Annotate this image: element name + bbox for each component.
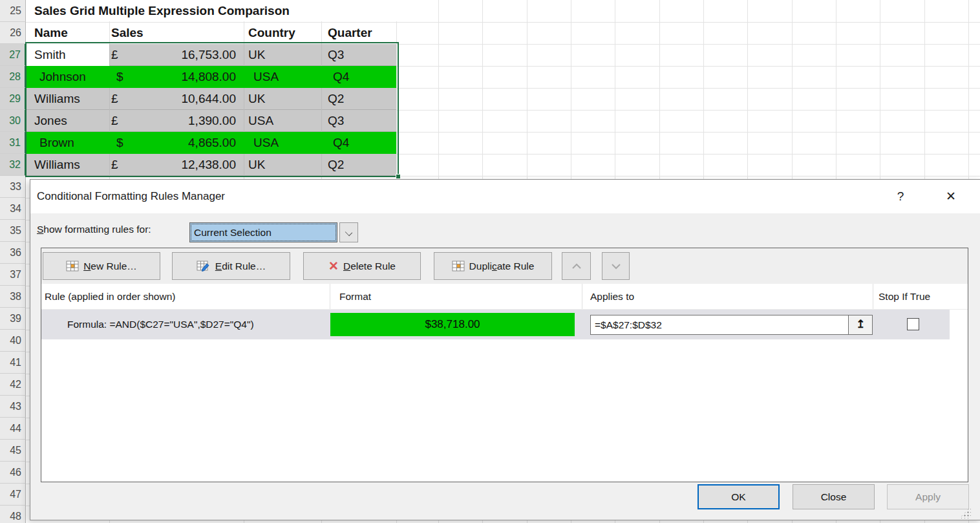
row-header[interactable]: 33 xyxy=(0,176,26,198)
cell-amount[interactable]: 10,644.00 xyxy=(181,88,236,110)
edit-rule-button[interactable]: Edit Rule… xyxy=(172,252,290,280)
cell-name[interactable]: Jones xyxy=(34,110,67,132)
help-icon[interactable]: ? xyxy=(890,180,911,213)
dialog-titlebar[interactable]: Conditional Formatting Rules Manager ? ✕ xyxy=(30,180,980,213)
cell-quarter[interactable]: Q2 xyxy=(328,88,344,110)
show-rules-selected-value[interactable]: Current Selection xyxy=(189,222,337,242)
row-header[interactable]: 42 xyxy=(0,374,26,396)
cell-separator xyxy=(244,44,244,66)
row-header[interactable]: 41 xyxy=(0,352,26,374)
table-row[interactable]: Jones£1,390.00USAQ3 xyxy=(27,110,396,132)
row-header[interactable]: 37 xyxy=(0,264,26,286)
cell-country[interactable]: USA xyxy=(253,132,279,154)
cell-amount[interactable]: 14,808.00 xyxy=(181,66,236,88)
cell-country[interactable]: USA xyxy=(253,66,279,88)
row-header[interactable]: 32 xyxy=(0,154,26,176)
cell-quarter[interactable]: Q3 xyxy=(328,44,344,66)
cell-currency[interactable]: £ xyxy=(111,44,118,66)
move-rule-down-button[interactable] xyxy=(602,252,630,280)
range-picker-button[interactable]: ↥ xyxy=(848,315,873,335)
show-rules-combobox[interactable]: Current Selection xyxy=(189,222,358,242)
stop-if-true-checkbox[interactable] xyxy=(907,318,919,330)
cell-currency[interactable]: $ xyxy=(116,66,123,88)
cell-separator xyxy=(109,110,110,132)
show-rules-label: Show formatting rules for: xyxy=(37,224,151,235)
cell-currency[interactable]: $ xyxy=(116,132,123,154)
column-header[interactable]: Sales xyxy=(111,22,144,43)
cell-currency[interactable]: £ xyxy=(111,154,118,176)
apply-button[interactable]: Apply xyxy=(887,484,969,509)
close-button[interactable]: Close xyxy=(793,484,875,509)
ok-button[interactable]: OK xyxy=(698,484,780,509)
table-grid-icon xyxy=(66,261,79,272)
cell-country[interactable]: UK xyxy=(248,44,265,66)
cell-separator xyxy=(244,110,244,132)
cell-country[interactable]: UK xyxy=(248,88,265,110)
cell-quarter[interactable]: Q4 xyxy=(333,132,349,154)
rules-toolbar: New Rule… Edit Rule… ✕ Delete Rule xyxy=(41,248,968,284)
row-header[interactable]: 48 xyxy=(0,506,26,523)
cell-name[interactable]: Brown xyxy=(39,132,74,154)
cell-currency[interactable]: £ xyxy=(111,110,118,132)
cell-name[interactable]: Johnson xyxy=(39,66,86,88)
cell-amount[interactable]: 12,438.00 xyxy=(181,154,236,176)
rule-list-item[interactable]: Formula: =AND($C27="USA",$D27="Q4") $38,… xyxy=(41,310,950,339)
combobox-dropdown-button[interactable] xyxy=(339,222,358,242)
cf-rules-manager-dialog: Conditional Formatting Rules Manager ? ✕… xyxy=(30,179,980,520)
cell-separator xyxy=(109,88,110,110)
row-header[interactable]: 45 xyxy=(0,440,26,462)
close-icon[interactable]: ✕ xyxy=(938,180,964,213)
cell-country[interactable]: USA xyxy=(248,110,273,132)
cell-amount[interactable]: 4,865.00 xyxy=(188,132,236,154)
collapse-dialog-icon: ↥ xyxy=(856,318,865,330)
row-header[interactable]: 31 xyxy=(0,132,26,154)
row-header[interactable]: 27 xyxy=(0,44,26,66)
cell-separator xyxy=(321,154,322,176)
row-header[interactable]: 44 xyxy=(0,418,26,440)
move-rule-up-button[interactable] xyxy=(562,252,591,280)
row-header[interactable]: 40 xyxy=(0,330,26,352)
table-row[interactable]: Brown$4,865.00USAQ4 xyxy=(27,132,396,154)
table-row[interactable]: Smith£16,753.00UKQ3 xyxy=(27,44,396,66)
row-header[interactable]: 29 xyxy=(0,88,26,110)
table-row[interactable]: Williams£10,644.00UKQ2 xyxy=(27,88,396,110)
cell-name[interactable]: Williams xyxy=(34,88,80,110)
duplicate-rule-button[interactable]: Duplicate Rule xyxy=(434,252,552,280)
row-header[interactable]: 30 xyxy=(0,110,26,132)
cell-quarter[interactable]: Q3 xyxy=(328,110,344,132)
applies-to-input[interactable] xyxy=(590,315,849,335)
row-header[interactable]: 43 xyxy=(0,396,26,418)
column-header[interactable]: Name xyxy=(34,22,68,43)
table-row[interactable]: Johnson$14,808.00USAQ4 xyxy=(27,66,396,88)
rules-list-container: New Rule… Edit Rule… ✕ Delete Rule xyxy=(41,248,968,482)
delete-rule-button[interactable]: ✕ Delete Rule xyxy=(303,252,421,280)
row-header[interactable]: 28 xyxy=(0,66,26,88)
cell-amount[interactable]: 1,390.00 xyxy=(188,110,236,132)
row-header[interactable]: 34 xyxy=(0,198,26,220)
cell-country[interactable]: UK xyxy=(248,154,265,176)
row-header[interactable]: 46 xyxy=(0,462,26,484)
row-header[interactable]: 36 xyxy=(0,242,26,264)
cell-amount[interactable]: 16,753.00 xyxy=(181,44,236,66)
column-header[interactable]: Quarter xyxy=(328,22,372,43)
cell-currency[interactable]: £ xyxy=(111,88,118,110)
cell-quarter[interactable]: Q4 xyxy=(333,66,349,88)
gridline xyxy=(26,176,980,176)
cell-name[interactable]: Smith xyxy=(34,44,66,66)
row-header[interactable]: 38 xyxy=(0,286,26,308)
row-header[interactable]: 35 xyxy=(0,220,26,242)
cell-quarter[interactable]: Q2 xyxy=(328,154,344,176)
chevron-down-icon xyxy=(345,229,352,236)
cell-name[interactable]: Williams xyxy=(34,154,80,176)
row-header[interactable]: 47 xyxy=(0,484,26,506)
row-header[interactable]: 25 xyxy=(0,0,26,22)
sheet-title-cell[interactable]: Sales Grid Multiple Expression Compariso… xyxy=(27,0,397,21)
row-header[interactable]: 39 xyxy=(0,308,26,330)
row-header[interactable]: 26 xyxy=(0,22,26,44)
rule-format-preview: $38,718.00 xyxy=(330,313,575,336)
new-rule-button[interactable]: New Rule… xyxy=(43,252,160,280)
column-header-format: Format xyxy=(339,284,371,310)
column-header[interactable]: Country xyxy=(248,22,295,43)
chevron-up-icon xyxy=(571,263,582,270)
table-row[interactable]: Williams£12,438.00UKQ2 xyxy=(27,154,396,176)
